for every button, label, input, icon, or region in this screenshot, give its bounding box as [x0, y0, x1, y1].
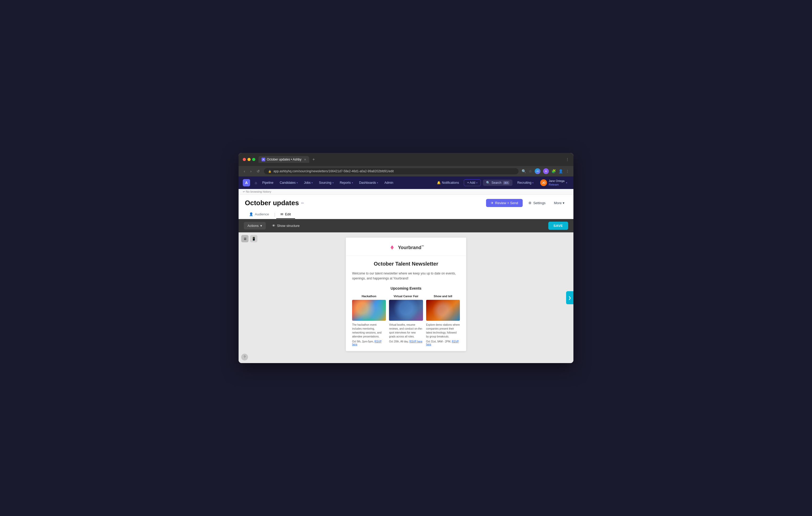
user-info: Jane Ortega Reteam [549, 179, 564, 187]
nav-admin-label: Admin [384, 181, 393, 185]
actions-label: Actions [248, 224, 259, 228]
candidates-chevron-icon: ▾ [297, 182, 298, 184]
search-icon: 🔍 [486, 181, 490, 185]
nav-item-dashboards[interactable]: Dashboards ▾ [356, 179, 381, 186]
notifications-button[interactable]: 🔔 Notifications [434, 179, 461, 186]
forward-button[interactable]: › [249, 168, 253, 174]
reports-chevron-icon: ▾ [352, 182, 353, 184]
help-button[interactable]: ? [241, 354, 248, 361]
tab-favicon: A [262, 158, 265, 161]
back-button[interactable]: ‹ [243, 168, 246, 174]
tab-audience[interactable]: 👤 Audience [245, 210, 273, 219]
save-label: SAVE [554, 224, 563, 228]
newsletter-header: Yourbrand™ [346, 238, 466, 256]
nav-item-pipeline[interactable]: Pipeline [260, 179, 276, 186]
tab-edit[interactable]: ✉ Edit [276, 210, 295, 219]
url-text: app.ashbyhq.com/sourcing/newsletters/166… [273, 170, 394, 173]
save-button[interactable]: SAVE [548, 222, 568, 230]
add-button[interactable]: + Add ▾ [464, 179, 481, 186]
events-grid: Hackathon The hackathon event includes m… [352, 295, 460, 346]
reload-button[interactable]: ↺ [256, 168, 261, 174]
user-team: Reteam [549, 183, 564, 186]
user-profile-icon[interactable]: 👤 [558, 169, 563, 173]
address-bar-right: 🔍 ☆ AI A 🧩 👤 ⋮ [522, 168, 569, 174]
actions-chevron-icon: ▾ [260, 224, 262, 228]
actions-button[interactable]: Actions ▾ [244, 222, 266, 230]
career-fair-rsvp-link[interactable]: RSVP here [409, 340, 423, 343]
recruiting-label: Recruiting [517, 181, 531, 185]
nav-item-jobs[interactable]: Jobs ▾ [301, 179, 315, 186]
recruiting-button[interactable]: Recruiting ▾ [515, 180, 536, 186]
breadcrumb-text: ↩ No browsing history [243, 190, 271, 193]
extensions-icon[interactable]: 🧩 [551, 169, 556, 173]
audience-tab-label: Audience [255, 212, 269, 216]
hackathon-description: The hackathon event includes mentoring, … [352, 323, 386, 338]
nav-item-reports[interactable]: Reports ▾ [337, 179, 355, 186]
more-label: More [554, 201, 562, 205]
nav-item-candidates[interactable]: Candidates ▾ [277, 179, 300, 186]
active-tab[interactable]: A October updates • Ashby ✕ [258, 156, 309, 163]
more-options-icon[interactable]: ⋮ [566, 169, 569, 173]
event-card-career-fair: Virtual Career Fair Virtual booths, resu… [389, 295, 423, 346]
bookmark-icon[interactable]: ☆ [529, 169, 532, 173]
search-button[interactable]: 🔍 Search ⌘K [483, 180, 513, 186]
minimize-button[interactable] [248, 158, 251, 161]
more-button[interactable]: More ▾ [551, 200, 567, 207]
search-label: Search [492, 181, 501, 185]
user-menu[interactable]: JO Jane Ortega Reteam ▾ [538, 178, 569, 188]
mobile-icon: 📱 [252, 237, 256, 241]
user-chevron-icon: ▾ [566, 182, 567, 184]
career-fair-description: Virtual booths, resume reviews, and cond… [389, 323, 423, 338]
url-field[interactable]: 🔒 app.ashbyhq.com/sourcing/newsletters/1… [264, 168, 519, 174]
career-fair-image [389, 300, 423, 321]
settings-label: Settings [533, 201, 545, 205]
browser-user-avatar: A [543, 168, 549, 174]
editor-canvas: 🖥 📱 Yourbrand™ [239, 232, 573, 363]
events-heading: Upcoming Events [352, 286, 460, 291]
nav-item-admin[interactable]: Admin [382, 179, 396, 186]
lock-icon: 🔒 [268, 170, 271, 173]
user-name: Jane Ortega [549, 179, 564, 183]
address-bar: ‹ › ↺ 🔒 app.ashbyhq.com/sourcing/newslet… [239, 166, 573, 177]
ai-icon[interactable]: AI [535, 168, 541, 174]
more-chevron-icon: ▾ [563, 201, 564, 205]
page-title-row: October updates ✏ ✈ Review + Send ⚙ Sett… [245, 199, 567, 207]
nav-jobs-label: Jobs [304, 181, 311, 185]
editor-toolbar: Actions ▾ 👁 Show structure SAVE [239, 219, 573, 232]
app-logo[interactable]: A [243, 179, 250, 186]
settings-button[interactable]: ⚙ Settings [526, 200, 548, 207]
tab-close-icon[interactable]: ✕ [304, 158, 306, 161]
panel-collapse-button[interactable]: ❯ [566, 291, 573, 304]
nav-home-icon[interactable]: ⌂ [253, 179, 258, 186]
nav-reports-label: Reports [340, 181, 351, 185]
show-structure-button[interactable]: 👁 Show structure [269, 222, 303, 230]
edit-tab-label: Edit [285, 212, 291, 216]
new-tab-button[interactable]: + [311, 156, 316, 163]
desktop-view-button[interactable]: 🖥 [241, 235, 249, 242]
review-send-button[interactable]: ✈ Review + Send [486, 199, 523, 207]
tab-divider: | [274, 212, 275, 217]
page-title-section: October updates ✏ [245, 199, 304, 207]
page-header-actions: ✈ Review + Send ⚙ Settings More ▾ [486, 199, 567, 207]
review-send-label: Review + Send [495, 201, 518, 205]
career-fair-date: Oct 20th, All day, RSVP here [389, 340, 423, 343]
hackathon-image [352, 300, 386, 321]
newsletter-intro: Welcome to our talent newsletter where w… [352, 271, 460, 281]
edit-title-icon[interactable]: ✏ [301, 201, 304, 205]
help-icon: ? [244, 355, 245, 359]
maximize-button[interactable] [252, 158, 255, 161]
nav-item-sourcing[interactable]: Sourcing ▾ [316, 179, 336, 186]
career-fair-title: Virtual Career Fair [389, 295, 423, 298]
nav-sourcing-label: Sourcing [319, 181, 331, 185]
audience-tab-icon: 👤 [249, 212, 253, 216]
browser-titlebar: A October updates • Ashby ✕ + ⋮ [239, 153, 573, 166]
sourcing-chevron-icon: ▾ [332, 182, 334, 184]
show-tell-image [426, 300, 460, 321]
tab-bar: A October updates • Ashby ✕ + [258, 156, 562, 163]
mobile-view-button[interactable]: 📱 [250, 235, 257, 242]
newsletter-title: October Talent Newsletter [352, 261, 460, 267]
event-card-show-tell: Show and tell Explore demo stations wher… [426, 295, 460, 346]
search-icon[interactable]: 🔍 [522, 169, 526, 173]
add-label: + Add [467, 181, 475, 185]
close-button[interactable] [243, 158, 246, 161]
